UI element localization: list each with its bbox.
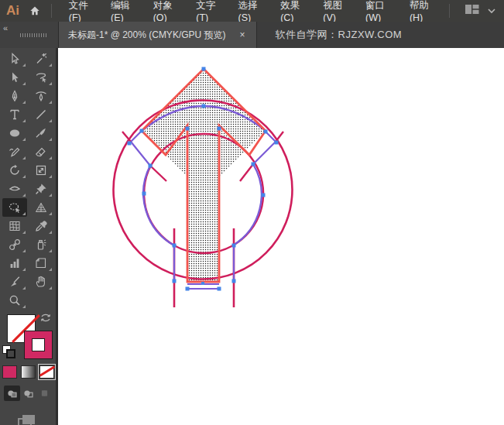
document-tab-title: 未标题-1* @ 200% (CMYK/GPU 预览) [68, 29, 226, 42]
selected-inner-arc-right[interactable] [233, 164, 262, 245]
document-tab[interactable]: 未标题-1* @ 200% (CMYK/GPU 预览) × [59, 22, 257, 48]
slice-tool[interactable] [2, 272, 27, 291]
color-button[interactable] [2, 365, 17, 379]
draw-inside-mode[interactable] [36, 386, 53, 401]
menu-type[interactable]: 文字(T) [185, 0, 227, 22]
menu-select[interactable]: 选择(S) [227, 0, 269, 22]
menu-bar: Ai 文件(F) 编辑(E) 对象(O) 文字(T) 选择(S) 效果(C) 视… [0, 0, 504, 22]
hand-tool[interactable] [29, 272, 53, 291]
toolbar-header: « [0, 22, 59, 48]
curvature-tool[interactable] [29, 87, 53, 105]
artwork [58, 48, 504, 425]
home-icon[interactable] [26, 2, 43, 19]
menu-object[interactable]: 对象(O) [142, 0, 186, 22]
perspective-grid-tool[interactable] [29, 198, 53, 217]
zoom-tool[interactable] [2, 291, 27, 310]
menubar-divider [449, 4, 450, 18]
tool-grid [0, 48, 56, 310]
paintbrush-tool[interactable] [29, 124, 53, 142]
shaper-tool[interactable] [2, 142, 27, 161]
close-tab-icon[interactable]: × [237, 28, 249, 42]
panel-grip-handle[interactable] [20, 33, 46, 37]
workspace-layout-icon[interactable] [464, 2, 481, 19]
rotate-tool[interactable] [2, 161, 27, 180]
swap-fill-stroke-icon[interactable] [40, 313, 51, 324]
menu-edit[interactable]: 编辑(E) [100, 0, 142, 22]
tools-panel [0, 48, 58, 425]
ellipse-tool[interactable] [2, 124, 27, 142]
menubar-divider [51, 4, 52, 18]
stroke-color-indicator[interactable] [24, 331, 53, 359]
shape-builder-tool[interactable] [2, 198, 27, 217]
blend-tool[interactable] [2, 235, 27, 254]
collapse-panel-icon[interactable]: « [3, 23, 7, 33]
artboard-tool[interactable] [29, 254, 53, 272]
column-graph-tool[interactable] [2, 254, 27, 272]
scale-tool[interactable] [29, 161, 53, 180]
tab-bar: « 未标题-1* @ 200% (CMYK/GPU 预览) × 软件自学网：RJ… [0, 22, 504, 49]
fill-stroke-widget [0, 313, 56, 361]
eyedropper-tool[interactable] [29, 217, 53, 235]
puppet-warp-tool[interactable] [29, 180, 53, 198]
draw-normal-mode[interactable] [4, 386, 20, 401]
pen-tool[interactable] [2, 87, 27, 105]
gradient-button[interactable] [21, 365, 36, 379]
color-mode-buttons [0, 365, 56, 379]
menu-help[interactable]: 帮助(H) [399, 0, 441, 22]
type-tool[interactable] [2, 105, 27, 124]
line-segment-tool[interactable] [29, 105, 53, 124]
artboard-canvas[interactable] [58, 48, 504, 425]
change-screen-mode-icon[interactable] [16, 412, 39, 425]
eraser-tool[interactable] [29, 142, 53, 161]
mesh-tool[interactable] [2, 217, 27, 235]
width-tool[interactable] [2, 180, 27, 198]
default-fill-stroke-icon[interactable] [2, 345, 11, 354]
chevron-down-icon[interactable] [487, 4, 496, 18]
symbol-sprayer-tool[interactable] [29, 235, 53, 254]
draw-behind-mode[interactable] [20, 386, 36, 401]
drawing-mode-buttons [0, 386, 56, 401]
site-tagline: 软件自学网：RJZXW.COM [257, 22, 403, 48]
illustrator-logo: Ai [0, 3, 26, 19]
direct-selection-tool[interactable] [2, 68, 27, 87]
menu-file[interactable]: 文件(F) [58, 0, 100, 22]
magic-wand-tool[interactable] [29, 50, 53, 68]
selected-inner-arc-left[interactable] [143, 166, 174, 245]
menu-list: 文件(F) 编辑(E) 对象(O) 文字(T) 选择(S) 效果(C) 视图(V… [58, 0, 441, 22]
selection-tool[interactable] [2, 50, 27, 68]
none-button[interactable] [39, 365, 54, 379]
menu-effect[interactable]: 效果(C) [269, 0, 312, 22]
menu-view[interactable]: 视图(V) [312, 0, 355, 22]
lasso-tool[interactable] [29, 68, 53, 87]
menu-window[interactable]: 窗口(W) [355, 0, 399, 22]
